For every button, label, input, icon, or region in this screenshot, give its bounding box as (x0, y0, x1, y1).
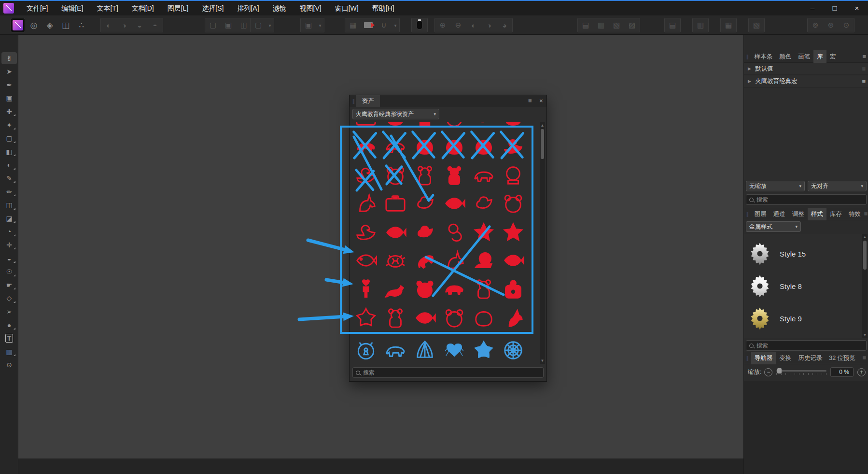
quick-mask-button[interactable]: ▣ (301, 18, 316, 32)
history-forward-button[interactable]: ⊙ (839, 18, 854, 32)
asset-toucan[interactable] (473, 192, 495, 215)
tab-32 位预览[interactable]: 32 位预览 (826, 352, 859, 364)
rotate-right-button[interactable]: ◑ (116, 18, 132, 32)
tab-特效[interactable]: 特效 (845, 208, 864, 220)
panel-grip-icon[interactable]: || (746, 355, 748, 361)
marquee-subtract-button[interactable]: ◫ (236, 18, 252, 32)
marquee-select-tool[interactable]: ▢ (1, 132, 17, 144)
selection-brush-tool[interactable]: ✦ (1, 119, 17, 131)
text-tool[interactable]: T (1, 332, 17, 345)
menu-item-1[interactable]: 文件[F] (20, 1, 55, 15)
panel-close-icon[interactable]: × (539, 97, 543, 104)
snapping-caret-button[interactable]: ▾ (392, 18, 399, 32)
panel-menu-icon[interactable]: ≡ (864, 210, 868, 217)
transform-origin-button[interactable]: ▧ (749, 18, 764, 32)
asset-koi-fish[interactable] (502, 249, 524, 272)
asset-person-heart[interactable] (355, 278, 377, 300)
tab-图层[interactable]: 图层 (751, 208, 770, 220)
tab-库[interactable]: 库 (813, 50, 826, 63)
asset-category-select[interactable]: 火鹰教育经典形状资产 ▾ (352, 109, 439, 119)
geometry-subtract-button[interactable]: ⊖ (450, 18, 466, 32)
asset-turtle[interactable] (384, 249, 406, 272)
asset-piggy-bank[interactable] (355, 339, 377, 361)
paint-brush-tool[interactable]: ✎ (1, 172, 17, 184)
geometry-add-button[interactable]: ⊕ (435, 18, 450, 32)
crop-tool[interactable]: ▣ (1, 92, 17, 104)
row-menu-icon[interactable]: ≡ (862, 78, 866, 85)
smudge-brush-tool[interactable]: ☛ (1, 279, 17, 291)
asset-duck[interactable] (355, 164, 377, 187)
panel-grip-icon[interactable]: || (746, 211, 748, 217)
asset-horse[interactable] (355, 135, 377, 158)
tab-样本条[interactable]: 样本条 (751, 50, 776, 63)
tab-变换[interactable]: 变换 (776, 352, 795, 364)
asset-angelfish[interactable] (355, 249, 377, 272)
tab-历史记录[interactable]: 历史记录 (795, 352, 826, 364)
disclosure-icon[interactable]: ▶ (748, 79, 751, 84)
liquify-persona-button[interactable]: ◎ (27, 18, 41, 32)
scroll-down-icon[interactable]: ▼ (540, 358, 545, 363)
library-row-2[interactable]: ▶火鹰教育经典宏≡ (744, 75, 868, 87)
tab-调整[interactable]: 调整 (789, 208, 808, 220)
asset-beaver[interactable] (443, 135, 465, 158)
geometry-intersect-button[interactable]: ◐ (466, 18, 481, 32)
asset-spider-web[interactable] (502, 339, 524, 361)
row-menu-icon[interactable]: ≡ (862, 65, 866, 72)
asset-teddy-heart[interactable] (414, 164, 436, 187)
photo-persona-button[interactable] (11, 18, 25, 32)
geometry-xor-button[interactable]: ◑ (481, 18, 497, 32)
healing-brush-tool[interactable]: ✚ (1, 105, 17, 117)
export-persona-button[interactable]: ∴ (74, 18, 89, 32)
styles-scrollbar[interactable]: ▲▼ (862, 234, 868, 338)
styles-search-input[interactable]: 搜索 (746, 340, 867, 351)
asset-squirrel[interactable] (384, 135, 406, 158)
scroll-down-icon[interactable]: ▼ (862, 332, 868, 338)
asset-monkey[interactable] (443, 221, 465, 244)
align-vertical-button[interactable]: ▥ (693, 18, 708, 32)
library-search-input[interactable]: 搜索 (746, 194, 867, 205)
mesh-warp-tool[interactable]: ◇ (1, 292, 17, 304)
asset-snail[interactable] (473, 249, 495, 272)
zoom-value-box[interactable]: 0 % (830, 367, 854, 377)
menu-item-9[interactable]: 视图[V] (293, 1, 328, 15)
close-button[interactable]: × (846, 1, 868, 15)
asset-partial-asset[interactable] (443, 122, 465, 129)
scroll-up-icon[interactable]: ▲ (540, 123, 545, 128)
eraser-tool[interactable]: ◪ (1, 212, 17, 224)
asset-starfish[interactable] (355, 307, 377, 329)
flip-vertical-button[interactable]: ◓ (147, 18, 163, 32)
asset-shark[interactable] (443, 192, 465, 215)
assets-scrollbar[interactable]: ▲▼ (540, 122, 545, 364)
asset-heart-fly[interactable] (443, 339, 465, 361)
asset-husky-face[interactable] (502, 192, 524, 215)
panel-menu-icon[interactable]: ≡ (862, 354, 866, 361)
clone-stamp-tool[interactable]: ◫ (1, 199, 17, 211)
asset-pisces-fish[interactable] (384, 221, 406, 244)
menu-item-7[interactable]: 排列[A] (230, 1, 266, 15)
order-back-button[interactable]: ▨ (624, 18, 640, 32)
asset-suitcase[interactable] (384, 192, 406, 215)
menu-item-11[interactable]: 帮助[H] (365, 1, 401, 15)
scrollbar-thumb[interactable] (541, 129, 544, 159)
move-tool[interactable]: ➤ (1, 66, 17, 78)
tab-样式[interactable]: 样式 (808, 208, 826, 220)
snapping-preset-button[interactable] (361, 18, 376, 32)
style-item-style-15[interactable]: Style 15 (749, 243, 806, 265)
asset-hippo-face[interactable] (473, 307, 495, 329)
color-picker-tool[interactable]: ✒ (1, 79, 17, 91)
tab-导航器[interactable]: 导航器 (751, 352, 776, 364)
asset-hedgehog[interactable] (414, 135, 436, 158)
dodge-brush-tool[interactable]: ◔ (1, 226, 17, 238)
assets-tab[interactable]: 资产 (356, 95, 380, 107)
asset-rearing-horse[interactable] (409, 245, 440, 275)
tab-宏[interactable]: 宏 (826, 50, 840, 63)
asset-puppy[interactable] (384, 339, 406, 361)
zoom-slider-track[interactable] (776, 370, 826, 372)
order-front-button[interactable]: ▤ (578, 18, 593, 32)
gradient-tool[interactable]: ◐ (1, 159, 17, 171)
order-forward-button[interactable]: ▥ (593, 18, 609, 32)
asset-shell[interactable] (414, 339, 436, 361)
snapping-magnet-button[interactable]: ∪ (376, 18, 392, 32)
asset-starfish-dotted[interactable] (473, 221, 495, 244)
asset-partial-asset[interactable] (384, 122, 406, 129)
